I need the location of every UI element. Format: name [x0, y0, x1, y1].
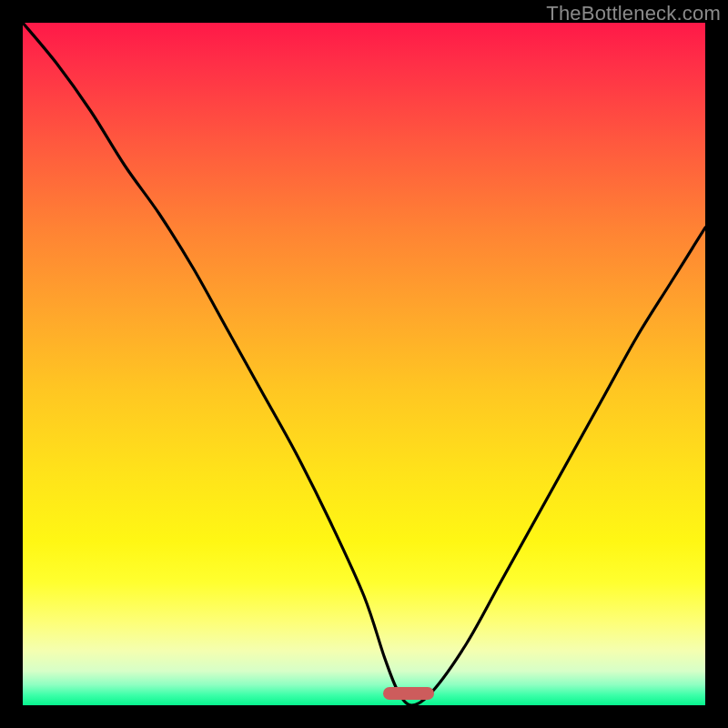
plot-area: [23, 23, 705, 705]
bottleneck-curve: [23, 23, 705, 705]
optimal-marker: [383, 687, 434, 700]
chart-frame: TheBottleneck.com: [0, 0, 728, 728]
